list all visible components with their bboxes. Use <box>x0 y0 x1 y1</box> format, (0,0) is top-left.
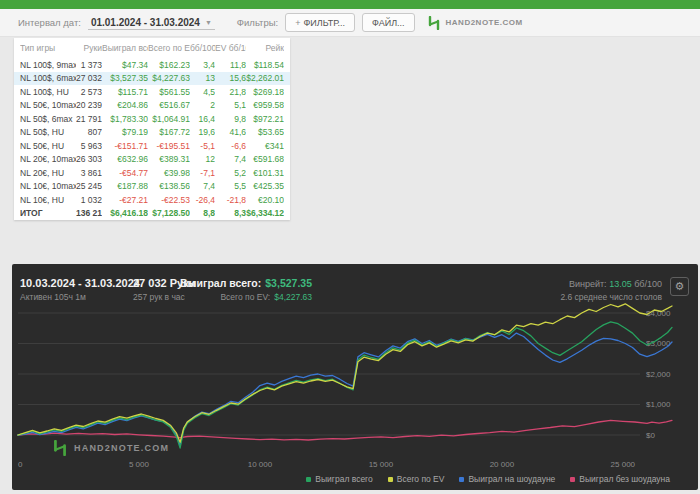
table-row[interactable]: ИТОГ136 219$6,416.18$7,128.508,88,3$6,33… <box>14 207 290 221</box>
table-cell: $6,334.12 <box>246 208 284 218</box>
table-cell: -5,1 <box>190 141 215 151</box>
table-row[interactable]: NL 10€, HU1 032-€27.21-€22.53-26,4-21,8€… <box>14 193 290 207</box>
table-cell: $118.54 <box>246 60 284 70</box>
table-row[interactable]: NL 20€, 10max26 303€632.96€389.31127,4€5… <box>14 153 290 167</box>
table-cell: $6,416.18 <box>102 208 148 218</box>
table-cell: NL 50$, HU <box>20 127 76 137</box>
filter-button[interactable]: +ФИЛЬТР... <box>285 13 355 32</box>
legend-label: Выиграл без шоудауна <box>579 474 670 484</box>
plus-icon: + <box>295 18 300 28</box>
table-cell: -21,8 <box>215 195 246 205</box>
column-header[interactable]: Тип игры <box>20 43 76 53</box>
table-cell: €632.96 <box>102 154 148 164</box>
table-cell: NL 10€, HU <box>20 195 76 205</box>
table-cell: 2 573 <box>76 87 102 97</box>
table-cell: 1 373 <box>76 60 102 70</box>
table-cell: 41,6 <box>215 127 246 137</box>
table-cell: $1,783.30 <box>102 114 148 124</box>
column-header[interactable]: бб/100 <box>190 43 215 53</box>
table-cell: 5,2 <box>215 168 246 178</box>
table-cell: €389.31 <box>148 154 190 164</box>
toolbar: Интервал дат: 01.01.2024 - 31.03.2024 ▼ … <box>0 9 700 37</box>
svg-text:25 000: 25 000 <box>611 460 636 469</box>
table-cell: $7,128.50 <box>148 208 190 218</box>
table-row[interactable]: NL 100$, HU2 573$115.71$561.554,521,8$26… <box>14 85 290 99</box>
table-cell: NL 10€, 10max <box>20 181 76 191</box>
legend-label: Выиграл всего <box>315 474 372 484</box>
column-header[interactable]: EV бб/100 <box>215 43 246 53</box>
svg-text:15 000: 15 000 <box>369 460 394 469</box>
column-header[interactable]: Руки <box>76 43 102 53</box>
chart-legend: Выиграл всегоВсего по EVВыиграл на шоуда… <box>306 474 670 484</box>
legend-dot-icon <box>459 477 464 482</box>
table-cell: 12 <box>190 154 215 164</box>
table-cell: $115.71 <box>102 87 148 97</box>
table-cell: $3,527.35 <box>102 73 148 83</box>
table-cell: €959.58 <box>246 100 284 110</box>
legend-item[interactable]: Выиграл всего <box>306 474 372 484</box>
legend-dot-icon <box>388 477 393 482</box>
table-cell: €187.88 <box>102 181 148 191</box>
table-cell: 16,4 <box>190 114 215 124</box>
table-cell: ИТОГ <box>20 208 76 218</box>
winnings-chart: $0$1,000$2,000$3,000$4,00005 00010 00015… <box>12 264 698 490</box>
svg-text:0: 0 <box>18 460 23 469</box>
hand2note-logo-icon <box>52 440 68 456</box>
table-row[interactable]: NL 10€, 10max25 245€187.88€138.567,45,5€… <box>14 180 290 194</box>
table-row[interactable]: NL 100$, 9max1 373$47.34$162.233,411,8$1… <box>14 58 290 72</box>
table-row[interactable]: NL 20€, HU3 861-€54.77€39.98-7,15,2€101.… <box>14 166 290 180</box>
table-cell: €204.86 <box>102 100 148 110</box>
column-header[interactable]: Рейк <box>246 43 284 53</box>
column-header[interactable]: Выиграл всего <box>102 43 148 53</box>
table-cell: 8,8 <box>190 208 215 218</box>
column-header[interactable]: Всего по EV <box>148 43 190 53</box>
legend-label: Всего по EV <box>397 474 445 484</box>
table-cell: NL 20€, HU <box>20 168 76 178</box>
legend-label: Выиграл на шоудауне <box>468 474 555 484</box>
table-cell: NL 20€, 10max <box>20 154 76 164</box>
table-row[interactable]: NL 50€, HU5 963-€151.71-€195.51-5,1-6,6€… <box>14 139 290 153</box>
table-row[interactable]: NL 100$, 6max27 032$3,527.35$4,227.63131… <box>14 72 290 86</box>
table-row[interactable]: NL 50$, 6max21 791$1,783.30$1,064.9116,4… <box>14 112 290 126</box>
table-cell: €39.98 <box>148 168 190 178</box>
table-cell: 19,6 <box>190 127 215 137</box>
table-cell: €591.68 <box>246 154 284 164</box>
table-cell: 8,3 <box>215 208 246 218</box>
brand-text: HAND2NOTE.COM <box>446 18 523 27</box>
legend-item[interactable]: Выиграл без шоудауна <box>570 474 670 484</box>
table-header-row: Тип игрыРукиВыиграл всегоВсего по EVбб/1… <box>14 38 290 58</box>
table-cell: $1,064.91 <box>148 114 190 124</box>
table-cell: NL 100$, HU <box>20 87 76 97</box>
brand-logo: HAND2NOTE.COM <box>427 16 523 30</box>
table-cell: 13 <box>190 73 215 83</box>
legend-item[interactable]: Выиграл на шоудауне <box>459 474 555 484</box>
legend-item[interactable]: Всего по EV <box>388 474 445 484</box>
chevron-down-icon: ▼ <box>205 19 212 26</box>
table-cell: 1 032 <box>76 195 102 205</box>
table-cell: €138.56 <box>148 181 190 191</box>
table-cell: -€22.53 <box>148 195 190 205</box>
table-cell: 2 <box>190 100 215 110</box>
interval-label: Интервал дат: <box>18 17 81 28</box>
date-range-input[interactable]: 01.01.2024 - 31.03.2024 ▼ <box>88 16 215 30</box>
table-cell: 9,8 <box>215 114 246 124</box>
top-accent-bar <box>0 0 700 9</box>
table-cell: NL 100$, 9max <box>20 60 76 70</box>
table-cell: $561.55 <box>148 87 190 97</box>
legend-dot-icon <box>570 477 575 482</box>
file-button[interactable]: ФАЙЛ... <box>362 13 415 32</box>
table-row[interactable]: NL 50€, 10max20 239€204.86€516.6725,1€95… <box>14 99 290 113</box>
table-cell: 27 032 <box>76 73 102 83</box>
table-cell: -7,1 <box>190 168 215 178</box>
table-row[interactable]: NL 50$, HU807$79.19$167.7219,641,6$53.65 <box>14 126 290 140</box>
filters-label: Фильтры: <box>237 17 278 28</box>
svg-text:20 000: 20 000 <box>490 460 515 469</box>
table-cell: 21 791 <box>76 114 102 124</box>
table-cell: 26 303 <box>76 154 102 164</box>
table-cell: NL 50€, HU <box>20 141 76 151</box>
table-cell: 21,8 <box>215 87 246 97</box>
table-cell: $2,262.01 <box>246 73 284 83</box>
svg-text:10 000: 10 000 <box>248 460 273 469</box>
table-cell: NL 50€, 10max <box>20 100 76 110</box>
table-cell: 5 963 <box>76 141 102 151</box>
